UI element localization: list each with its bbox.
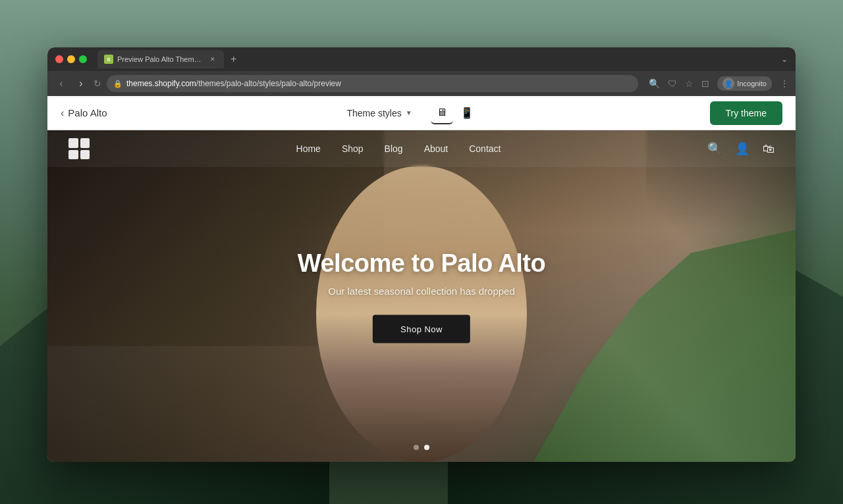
lock-icon: 🔒	[113, 80, 122, 88]
preview-bar: ‹ Palo Alto Theme styles ▼ 🖥 📱 Try theme	[47, 96, 796, 130]
maximize-button[interactable]	[79, 55, 87, 63]
traffic-lights	[55, 55, 87, 63]
search-icon[interactable]: 🔍	[649, 78, 660, 89]
site-logo[interactable]	[68, 138, 90, 159]
desktop-device-button[interactable]: 🖥	[431, 102, 453, 124]
menu-icon[interactable]: ⋮	[780, 78, 789, 89]
tab-favicon: S	[104, 55, 113, 64]
site-nav-links: Home Shop Blog About Contact	[90, 143, 707, 154]
window-icon[interactable]: ⊡	[701, 78, 709, 89]
mobile-device-button[interactable]: 📱	[456, 102, 478, 124]
address-bar[interactable]: 🔒 themes.shopify.com/themes/palo-alto/st…	[107, 75, 638, 92]
nav-link-shop[interactable]: Shop	[342, 143, 364, 154]
logo-square-2	[80, 138, 90, 148]
device-toggle-group: 🖥 📱	[431, 102, 478, 124]
carousel-dot-1[interactable]	[414, 445, 419, 450]
logo-square-4	[80, 150, 90, 160]
theme-name-label: Palo Alto	[68, 107, 107, 118]
carousel-dot-2[interactable]	[424, 445, 429, 450]
try-theme-button[interactable]: Try theme	[710, 101, 783, 125]
nav-link-about[interactable]: About	[424, 143, 449, 154]
theme-styles-label: Theme styles	[346, 108, 401, 118]
hero-subtitle: Our latest seasonal collection has dropp…	[298, 286, 545, 297]
tab-dropdown-button[interactable]: ⌄	[781, 55, 788, 64]
preview-center-controls: Theme styles ▼ 🖥 📱	[107, 102, 710, 124]
back-nav-button[interactable]: ‹	[54, 78, 68, 89]
website-preview: Home Shop Blog About Contact 🔍 👤 🛍 Welco…	[47, 130, 796, 462]
address-text: themes.shopify.com/themes/palo-alto/styl…	[126, 79, 341, 88]
theme-styles-button[interactable]: Theme styles ▼	[339, 104, 420, 122]
browser-window: S Preview Palo Alto Theme - Pal... ✕ + ⌄…	[47, 47, 796, 462]
incognito-badge[interactable]: 👤 Incognito	[717, 76, 772, 91]
site-search-icon[interactable]: 🔍	[707, 141, 722, 156]
back-arrow-icon: ‹	[61, 107, 64, 119]
mobile-icon: 📱	[460, 107, 474, 119]
close-button[interactable]	[55, 55, 63, 63]
minimize-button[interactable]	[67, 55, 75, 63]
bookmark-icon[interactable]: ☆	[685, 78, 693, 89]
back-to-themes-button[interactable]: ‹ Palo Alto	[61, 107, 107, 119]
logo-square-1	[68, 138, 78, 148]
carousel-dots	[414, 445, 429, 450]
desktop-icon: 🖥	[437, 107, 447, 118]
nav-link-contact[interactable]: Contact	[469, 143, 501, 154]
logo-square-3	[68, 150, 78, 160]
active-tab[interactable]: S Preview Palo Alto Theme - Pal... ✕	[97, 50, 224, 68]
site-cart-icon[interactable]: 🛍	[763, 142, 775, 156]
shop-now-button[interactable]: Shop Now	[373, 315, 470, 343]
hero-content: Welcome to Palo Alto Our latest seasonal…	[298, 249, 545, 343]
browser-actions: 🔍 🛡 ☆ ⊡ 👤 Incognito ⋮	[649, 76, 789, 91]
browser-addressbar: ‹ › ↻ 🔒 themes.shopify.com/themes/palo-a…	[47, 71, 796, 96]
chevron-down-icon: ▼	[406, 109, 412, 116]
site-account-icon[interactable]: 👤	[735, 141, 749, 156]
incognito-avatar: 👤	[722, 78, 734, 89]
site-nav-actions: 🔍 👤 🛍	[707, 141, 775, 156]
extension-icon[interactable]: 🛡	[668, 78, 677, 89]
tab-area: S Preview Palo Alto Theme - Pal... ✕ + ⌄	[97, 50, 788, 68]
forward-nav-button[interactable]: ›	[74, 78, 88, 89]
site-navigation: Home Shop Blog About Contact 🔍 👤 🛍	[47, 130, 796, 167]
new-tab-button[interactable]: +	[227, 53, 240, 65]
hero-title: Welcome to Palo Alto	[298, 249, 545, 278]
nav-link-home[interactable]: Home	[296, 143, 321, 154]
tab-close-icon[interactable]: ✕	[208, 55, 217, 64]
nav-link-blog[interactable]: Blog	[385, 143, 403, 154]
browser-titlebar: S Preview Palo Alto Theme - Pal... ✕ + ⌄	[47, 47, 796, 71]
refresh-button[interactable]: ↻	[94, 78, 101, 89]
tab-title: Preview Palo Alto Theme - Pal...	[117, 55, 203, 63]
